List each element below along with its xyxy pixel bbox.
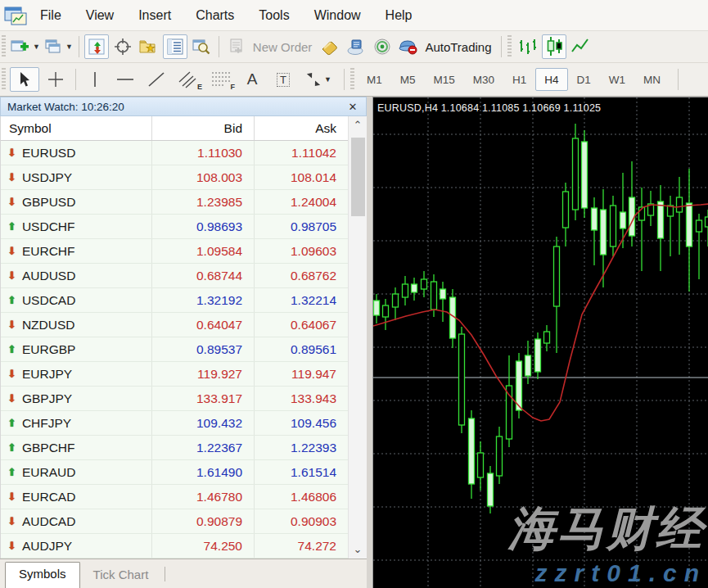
vertical-line-tool-button[interactable] (81, 67, 109, 92)
timeframe-m5[interactable]: M5 (391, 68, 425, 91)
depth-of-market-button[interactable] (318, 34, 342, 59)
ask-cell: 133.943 (255, 387, 348, 411)
arrows-dropdown-caret[interactable]: ▼ (324, 75, 331, 84)
timeframe-m1[interactable]: M1 (358, 68, 391, 91)
line-chart-mode-button[interactable] (568, 34, 593, 59)
table-row-eurusd[interactable]: ⬇EURUSD1.110301.11042 (1, 141, 348, 165)
scroll-up-icon[interactable]: ⌃ (354, 116, 363, 134)
table-row-eurchf[interactable]: ⬇EURCHF1.095841.09603 (1, 239, 348, 264)
menu-help[interactable]: Help (373, 2, 425, 29)
chart-shift-button[interactable] (84, 34, 109, 59)
trendline-tool-button[interactable] (142, 67, 171, 92)
trend-down-icon: ⬇ (7, 270, 16, 281)
menu-insert[interactable]: Insert (126, 2, 183, 29)
cursor-tool-button[interactable] (10, 67, 39, 92)
ask-cell: 1.32214 (255, 288, 348, 313)
ask-cell: 0.64067 (255, 313, 348, 337)
standard-toolbar: ▼ ▼ ★ (0, 31, 708, 63)
table-row-audjpy[interactable]: ⬇AUDJPY74.25074.272 (1, 534, 348, 559)
equidistant-channel-tool-button[interactable]: E (173, 67, 204, 92)
column-header-bid[interactable]: Bid (152, 116, 255, 140)
timeframe-h1[interactable]: H1 (503, 68, 535, 91)
timeframe-mn[interactable]: MN (634, 68, 670, 91)
bar-chart-icon (518, 37, 538, 57)
table-row-usdchf[interactable]: ⬆USDCHF0.986930.98705 (1, 215, 348, 239)
menu-charts[interactable]: Charts (183, 2, 246, 29)
table-row-nzdusd[interactable]: ⬇NZDUSD0.640470.64067 (1, 313, 348, 337)
toolbar-separator (219, 36, 219, 57)
toolbar-grip[interactable] (2, 68, 6, 91)
tab-tick-chart[interactable]: Tick Chart (80, 563, 162, 588)
watermark-brand: 海马财经 (508, 505, 705, 552)
table-row-eurjpy[interactable]: ⬇EURJPY119.927119.947 (1, 362, 348, 387)
ask-cell: 0.68762 (255, 264, 348, 288)
menu-window[interactable]: Window (302, 2, 373, 29)
new-chart-button[interactable]: ▼ (10, 34, 41, 59)
new-chart-dropdown-caret[interactable]: ▼ (33, 43, 40, 51)
bid-cell: 1.09584 (152, 239, 255, 263)
close-icon[interactable]: ✕ (346, 101, 359, 113)
profiles-button[interactable]: ▼ (43, 34, 74, 59)
profiles-dropdown-caret[interactable]: ▼ (65, 43, 73, 51)
favorites-button[interactable]: ★ (137, 34, 161, 59)
menu-view[interactable]: View (74, 2, 126, 29)
table-row-chfjpy[interactable]: ⬆CHFJPY109.432109.456 (1, 411, 348, 436)
scrollbar-thumb[interactable] (351, 138, 365, 216)
candlestick-icon (544, 36, 564, 57)
column-header-symbol[interactable]: Symbol (1, 116, 152, 140)
timeframe-w1[interactable]: W1 (600, 68, 634, 91)
timeframe-m30[interactable]: M30 (464, 68, 503, 91)
toolbar-grip[interactable] (350, 68, 354, 91)
table-row-audusd[interactable]: ⬇AUDUSD0.687440.68762 (1, 264, 348, 288)
timeframe-d1[interactable]: D1 (568, 68, 600, 91)
data-window-button[interactable] (189, 34, 214, 59)
trend-down-icon: ⬇ (7, 491, 16, 502)
table-row-euraud[interactable]: ⬆EURAUD1.614901.61514 (1, 460, 348, 485)
menu-tools[interactable]: Tools (246, 2, 301, 29)
horizontal-line-tool-button[interactable] (110, 67, 140, 92)
ask-cell: 0.98705 (255, 215, 348, 239)
new-order-label[interactable]: New Order (253, 40, 313, 54)
trend-down-icon: ⬇ (7, 319, 16, 330)
table-row-eurcad[interactable]: ⬇EURCAD1.467801.46806 (1, 485, 348, 509)
table-row-gbpusd[interactable]: ⬇GBPUSD1.239851.24004 (1, 190, 348, 215)
column-header-ask[interactable]: Ask (255, 116, 348, 140)
tab-symbols[interactable]: Symbols (5, 562, 80, 588)
arrows-tool-button[interactable]: ▼ (300, 67, 336, 92)
bid-cell: 1.23985 (152, 190, 255, 214)
table-row-usdjpy[interactable]: ⬇USDJPY108.003108.014 (1, 165, 348, 190)
table-row-usdcad[interactable]: ⬆USDCAD1.321921.32214 (1, 288, 348, 313)
market-watch-toggle-button[interactable] (163, 34, 187, 59)
panel-splitter[interactable] (367, 97, 372, 588)
menu-file[interactable]: File (28, 2, 74, 29)
toolbar-grip[interactable] (2, 35, 6, 58)
timeframe-m15[interactable]: M15 (425, 68, 464, 91)
market-watch-titlebar[interactable]: Market Watch: 10:26:20 ✕ (0, 97, 367, 116)
depth-of-market-icon (319, 38, 340, 56)
table-row-audcad[interactable]: ⬇AUDCAD0.908790.90903 (1, 509, 348, 534)
new-order-button[interactable] (224, 34, 249, 59)
ask-cell: 109.456 (255, 411, 348, 436)
community-button[interactable] (344, 34, 368, 59)
market-watch-tabs: Symbols Tick Chart (0, 559, 367, 588)
table-row-gbpchf[interactable]: ⬆GBPCHF1.223671.22393 (1, 436, 348, 460)
chart-window[interactable]: EURUSD,H4 1.10684 1.11085 1.10669 1.1102… (372, 97, 708, 588)
signals-button[interactable] (370, 34, 395, 59)
table-row-gbpjpy[interactable]: ⬇GBPJPY133.917133.943 (1, 387, 348, 411)
timeframe-h4[interactable]: H4 (535, 68, 567, 91)
fibonacci-tool-button[interactable]: F (205, 67, 237, 92)
crosshair-tool-button[interactable] (41, 67, 70, 92)
autotrading-label[interactable]: AutoTrading (425, 40, 491, 54)
cursor-icon (17, 71, 32, 88)
text-tool-button[interactable]: A (238, 67, 266, 92)
bar-chart-mode-button[interactable] (516, 34, 540, 59)
market-watch-scrollbar[interactable]: ⌃ ⌄ (348, 116, 367, 559)
trend-up-icon: ⬆ (7, 295, 16, 305)
text-label-tool-button[interactable]: T (268, 67, 299, 92)
crosshair-target-button[interactable] (110, 34, 135, 59)
toolbar-grip[interactable] (507, 35, 512, 58)
scroll-down-icon[interactable]: ⌄ (354, 541, 363, 559)
table-row-eurgbp[interactable]: ⬆EURGBP0.895370.89561 (1, 337, 348, 362)
candlestick-mode-button[interactable] (542, 34, 566, 59)
autotrading-button[interactable] (396, 34, 421, 59)
